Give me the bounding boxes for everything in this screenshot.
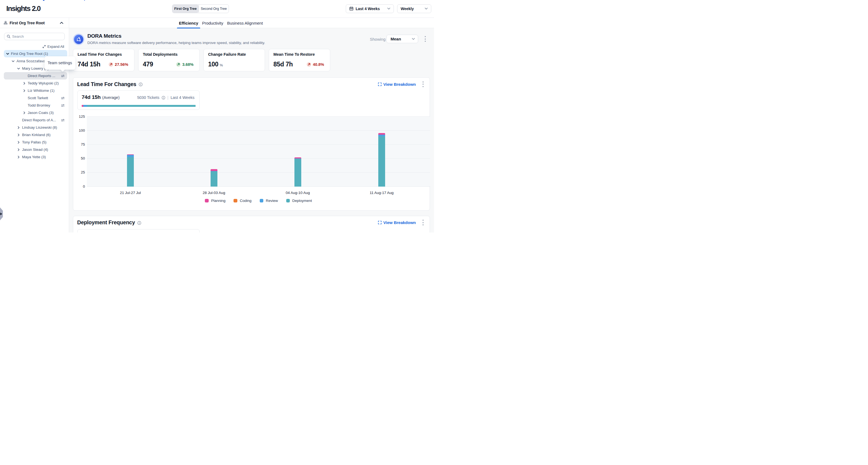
- legend-label: Coding: [240, 198, 252, 203]
- tree-item[interactable]: Tony Pallas (5): [4, 138, 67, 146]
- tree-item-label: Direct Reports of A...: [22, 118, 56, 122]
- chevron-right-icon[interactable]: [17, 133, 20, 136]
- tab-business-alignment[interactable]: Business Alignment: [225, 18, 265, 28]
- main-content: EfficiencyProductivityBusiness Alignment…: [69, 18, 434, 232]
- chevron-down-icon[interactable]: [11, 60, 15, 63]
- trend-delta: 3.68%: [182, 62, 193, 67]
- stacked-bar-04Aug-10Aug[interactable]: [294, 157, 301, 186]
- expand-all-button[interactable]: Expand All: [42, 44, 64, 49]
- chevron-right-icon[interactable]: [23, 89, 26, 92]
- expand-all-label: Expand All: [48, 44, 64, 49]
- search-input[interactable]: [12, 34, 62, 38]
- chevron-right-icon[interactable]: [17, 126, 20, 129]
- section-menu-kebab-icon[interactable]: [423, 82, 424, 87]
- expand-diagonal-icon: [42, 45, 45, 48]
- toggle-first-org-tree[interactable]: First Org Tree: [172, 5, 198, 13]
- tree-item[interactable]: Direct Reports of A...: [4, 116, 67, 124]
- chevron-down-icon: [412, 38, 415, 40]
- bar-segment-review: [127, 155, 134, 157]
- stacked-bar-21Jul-27Jul[interactable]: [127, 154, 134, 187]
- showing-select[interactable]: Mean: [386, 35, 418, 43]
- distribution-segment-review: [83, 105, 87, 107]
- team-settings-icon[interactable]: [61, 118, 65, 122]
- chevron-right-icon[interactable]: [17, 155, 20, 159]
- search-icon: [7, 35, 10, 38]
- trend-delta: 27.56%: [115, 62, 128, 67]
- tree-item[interactable]: Jason Coats (3): [4, 109, 67, 116]
- tree-item[interactable]: Lindsay Liszewski (8): [4, 124, 67, 131]
- info-icon[interactable]: [137, 221, 141, 225]
- metric-card-total-deployments: Total Deployments4793.68%: [138, 49, 200, 71]
- metric-card-value: 85d 7h: [273, 61, 293, 68]
- team-settings-icon[interactable]: [61, 96, 65, 100]
- x-axis-label: 11 Aug-17 Aug: [360, 191, 403, 195]
- team-settings-icon[interactable]: [61, 103, 65, 107]
- chevron-down-icon[interactable]: [17, 67, 20, 70]
- chevron-up-icon[interactable]: [60, 22, 63, 24]
- search-box: [4, 33, 65, 40]
- legend-swatch: [205, 199, 209, 203]
- granularity-value: Weekly: [401, 6, 423, 11]
- stacked-bar-28Jul-03Aug[interactable]: [211, 169, 217, 186]
- summary-period: Last 4 Weeks: [170, 95, 194, 100]
- stacked-bar-11Aug-17Aug[interactable]: [378, 133, 385, 186]
- summary-tickets: 5030 Tickets: [137, 95, 159, 100]
- chevron-down-icon[interactable]: [6, 52, 9, 56]
- team-settings-icon[interactable]: [61, 74, 65, 78]
- metric-card-title: Change Failure Rate: [208, 52, 246, 57]
- x-axis-label: 28 Jul-03 Aug: [192, 191, 236, 195]
- toggle-second-org-tree[interactable]: Second Org Tree: [198, 5, 228, 13]
- chevron-right-icon[interactable]: [17, 141, 20, 144]
- gridline: [87, 130, 430, 131]
- legend-item-deployment[interactable]: Deployment: [286, 198, 312, 203]
- tree-item[interactable]: Brian Kirkland (6): [4, 131, 67, 138]
- tab-efficiency[interactable]: Efficiency: [177, 18, 200, 28]
- granularity-select[interactable]: Weekly: [397, 4, 431, 13]
- info-icon[interactable]: [139, 83, 143, 86]
- arrow-up-right-icon: [109, 62, 113, 67]
- legend-item-planning[interactable]: Planning: [205, 198, 225, 203]
- legend-item-review[interactable]: Review: [260, 198, 278, 203]
- date-range-select[interactable]: Last 4 Weeks: [346, 4, 394, 13]
- bar-segment-deployment: [294, 159, 301, 186]
- view-breakdown-button[interactable]: View Breakdown: [378, 82, 416, 87]
- expand-corners-icon: [378, 83, 381, 86]
- y-axis-label: 100: [68, 129, 85, 132]
- tab-productivity[interactable]: Productivity: [200, 18, 225, 28]
- tree-item[interactable]: Direct Reports ...: [4, 72, 67, 80]
- tree-item[interactable]: Liz Whittome (1): [4, 87, 67, 94]
- view-breakdown-button[interactable]: View Breakdown: [378, 220, 416, 225]
- tree-item[interactable]: Maya Yette (3): [4, 153, 67, 161]
- section-header: Deployment Frequency View Breakdown: [77, 219, 424, 226]
- y-axis-label: 75: [68, 143, 85, 147]
- tree-item[interactable]: Jason Stead (4): [4, 146, 67, 153]
- team-settings-tooltip: Team settings: [44, 56, 75, 70]
- section-header: Lead Time For Changes View Breakdown: [77, 80, 424, 88]
- tree-item[interactable]: Scott Tarkett: [4, 94, 67, 102]
- gridline: [87, 116, 430, 117]
- x-axis-label: 21 Jul-27 Jul: [108, 191, 152, 195]
- legend-item-coding[interactable]: Coding: [234, 198, 251, 203]
- chevron-right-icon[interactable]: [17, 148, 20, 151]
- metric-card-title: Mean Time To Restore: [273, 52, 315, 57]
- clipped-link-fragment: [43, 0, 44, 1]
- chevron-right-icon[interactable]: [23, 111, 26, 115]
- chevron-down-icon: [387, 8, 390, 9]
- dora-menu-kebab-icon[interactable]: [425, 36, 426, 42]
- deployment-frequency-summary-card: [77, 229, 200, 233]
- info-icon[interactable]: [162, 96, 165, 99]
- bar-segment-deployment: [211, 171, 217, 186]
- legend-swatch: [260, 199, 264, 203]
- metric-card-value-suffix: %: [220, 63, 223, 67]
- chevron-right-icon[interactable]: [23, 82, 26, 85]
- tree-item[interactable]: Todd Bromley: [4, 102, 67, 109]
- tree-item[interactable]: Teddy Wylupski (2): [4, 80, 67, 87]
- summary-separator: |: [167, 95, 168, 100]
- metric-card-value: 74d 15h: [78, 61, 100, 68]
- page-title: Insights 2.0: [6, 4, 40, 13]
- sidebar-title: First Org Tree Root: [9, 21, 60, 25]
- y-axis-label: 25: [68, 170, 85, 174]
- sidebar-header: First Org Tree Root: [0, 18, 69, 28]
- section-menu-kebab-icon[interactable]: [423, 220, 424, 225]
- sidebar: First Org Tree Root Expand All First Org…: [0, 18, 69, 232]
